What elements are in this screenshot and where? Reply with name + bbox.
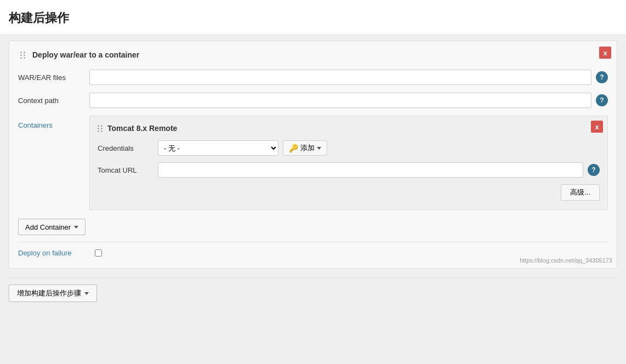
deploy-on-failure-checkbox[interactable] bbox=[95, 249, 102, 257]
war-ear-row: WAR/EAR files ? bbox=[18, 70, 608, 85]
add-credentials-label: 添加 bbox=[300, 143, 315, 153]
tomcat-url-row: Tomcat URL ? bbox=[98, 162, 600, 178]
war-ear-help-button[interactable]: ? bbox=[596, 71, 608, 83]
credentials-label: Credentials bbox=[98, 144, 158, 152]
add-step-button[interactable]: 增加构建后操作步骤 bbox=[9, 285, 97, 302]
add-container-section: Add Container bbox=[18, 219, 608, 235]
add-container-label: Add Container bbox=[25, 223, 71, 231]
context-path-input[interactable] bbox=[89, 93, 591, 108]
container-inner-card: x Tomcat 8.x Remote bbox=[89, 116, 608, 210]
deploy-card: x Deploy war/ear to a container WAR/EAR … bbox=[9, 41, 617, 269]
add-step-caret-icon bbox=[84, 292, 89, 295]
tomcat-url-input[interactable] bbox=[158, 162, 583, 178]
add-credentials-caret-icon bbox=[317, 147, 321, 150]
add-credentials-button[interactable]: 🔑 添加 bbox=[283, 140, 327, 156]
tomcat-url-label: Tomcat URL bbox=[98, 166, 158, 174]
credentials-row: Credentials - 无 - 🔑 添加 bbox=[98, 140, 600, 156]
container-title-text: Tomcat 8.x Remote bbox=[107, 124, 177, 133]
context-path-row: Context path ? bbox=[18, 93, 608, 108]
url-hint: https://blog.csdn.net/qq_34305173 bbox=[520, 257, 612, 264]
add-container-caret-icon bbox=[74, 226, 78, 229]
add-step-label: 增加构建后操作步骤 bbox=[17, 288, 81, 298]
card-header: Deploy war/ear to a container bbox=[18, 50, 608, 60]
card-title: Deploy war/ear to a container bbox=[32, 50, 139, 59]
card-close-button[interactable]: x bbox=[599, 47, 611, 59]
credentials-select[interactable]: - 无 - bbox=[158, 140, 278, 156]
advanced-button[interactable]: 高级... bbox=[561, 184, 600, 201]
footer-section: 增加构建后操作步骤 bbox=[9, 277, 617, 302]
add-container-button[interactable]: Add Container bbox=[18, 219, 86, 235]
war-ear-input[interactable] bbox=[89, 70, 591, 85]
deploy-on-failure-label: Deploy on failure bbox=[18, 249, 89, 257]
containers-label: Containers bbox=[18, 116, 89, 129]
deploy-on-failure-row: Deploy on failure bbox=[18, 242, 608, 257]
container-close-button[interactable]: x bbox=[591, 121, 603, 133]
war-ear-label: WAR/EAR files bbox=[18, 73, 89, 82]
drag-icon bbox=[18, 50, 28, 60]
container-inner-title: Tomcat 8.x Remote bbox=[98, 124, 600, 133]
tomcat-url-help-button[interactable]: ? bbox=[588, 164, 600, 176]
page-title: 构建后操作 bbox=[0, 0, 626, 34]
key-icon: 🔑 bbox=[289, 144, 298, 152]
context-path-label: Context path bbox=[18, 96, 89, 105]
containers-section: Containers x Tomcat 8.x Rem bbox=[18, 116, 608, 210]
context-path-help-button[interactable]: ? bbox=[596, 94, 608, 106]
